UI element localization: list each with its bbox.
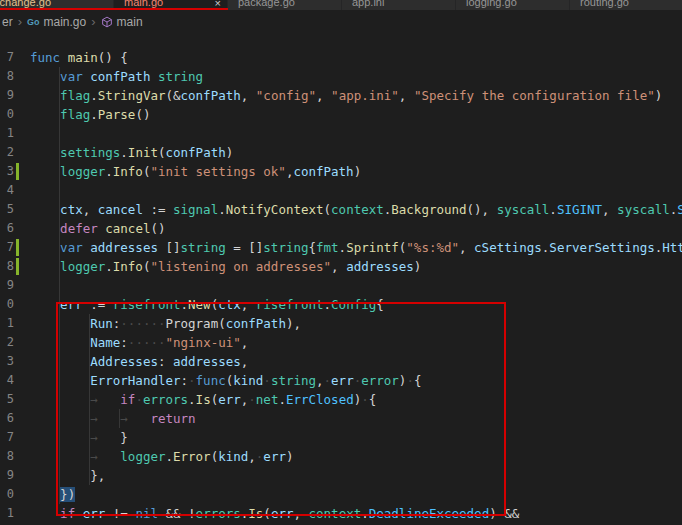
line-number[interactable]: 0 (0, 485, 14, 504)
code-line[interactable]: 7 → } (0, 428, 682, 447)
gutter-spacer (14, 390, 22, 409)
code-line[interactable]: 6 defer cancel() (0, 219, 682, 238)
code-text: err := risefront.New(ctx, risefront.Conf… (22, 295, 384, 314)
code-area[interactable]: 7func main() {8 var confPath string9 fla… (0, 48, 682, 523)
line-number[interactable]: 5 (0, 200, 14, 219)
code-line[interactable]: 2 Name:·····"nginx-ui", (0, 333, 682, 352)
code-text: var addresses []string = []string{fmt.Sp… (22, 238, 682, 257)
code-text: flag.StringVar(&confPath, "config", "app… (22, 86, 662, 105)
gutter-change-marker (14, 257, 22, 276)
line-number[interactable]: 1 (0, 124, 14, 143)
code-line[interactable]: 8 logger.Info("listening on addresses", … (0, 257, 682, 276)
code-line[interactable]: 7 var addresses []string = []string{fmt.… (0, 238, 682, 257)
breadcrumb-item-file[interactable]: main.go (44, 15, 87, 29)
line-number[interactable]: 4 (0, 371, 14, 390)
line-number[interactable]: 3 (0, 162, 14, 181)
gutter-spacer (14, 200, 22, 219)
gutter-spacer (14, 143, 22, 162)
line-number[interactable]: 5 (0, 390, 14, 409)
code-text: logger.Info("init settings ok",confPath) (22, 162, 361, 181)
line-number[interactable]: 2 (0, 143, 14, 162)
tab-label: logging.go (466, 0, 517, 8)
code-line[interactable]: 0 err := risefront.New(ctx, risefront.Co… (0, 295, 682, 314)
line-number[interactable]: 6 (0, 219, 14, 238)
code-text: settings.Init(confPath) (22, 143, 233, 162)
tab-label: main.go (124, 0, 163, 8)
code-line[interactable]: 9 }, (0, 466, 682, 485)
line-number[interactable]: 6 (0, 409, 14, 428)
gutter-spacer (14, 276, 22, 295)
line-number[interactable]: 8 (0, 257, 14, 276)
gutter-spacer (14, 48, 22, 67)
line-number[interactable]: 1 (0, 314, 14, 333)
line-number[interactable]: 1 (0, 504, 14, 523)
code-line[interactable]: 8 var confPath string (0, 67, 682, 86)
code-text: → } (22, 428, 128, 447)
line-number[interactable]: 9 (0, 86, 14, 105)
line-number[interactable]: 2 (0, 333, 14, 352)
code-line[interactable]: 7func main() { (0, 48, 682, 67)
code-line[interactable]: 9 (0, 276, 682, 295)
code-line[interactable]: 1 if err != nil && !errors.Is(err, conte… (0, 504, 682, 523)
line-number[interactable]: 4 (0, 181, 14, 200)
code-text: ctx, cancel := signal.NotifyContext(cont… (22, 200, 682, 219)
gutter-spacer (14, 466, 22, 485)
line-number[interactable]: 0 (0, 105, 14, 124)
breadcrumb: er › Go main.go › main (0, 10, 682, 33)
tab-routing.go[interactable]: routing.go (570, 0, 682, 10)
code-line[interactable]: 3 logger.Info("init settings ok",confPat… (0, 162, 682, 181)
tab-label: exchange.go (0, 0, 51, 8)
code-line[interactable]: 8 → logger.Error(kind,·err) (0, 447, 682, 466)
code-line[interactable]: 0 flag.Parse() (0, 105, 682, 124)
chevron-right-icon: › (91, 14, 95, 29)
code-line[interactable]: 3 Addresses: addresses, (0, 352, 682, 371)
code-text: Run:······Program(confPath), (22, 314, 301, 333)
gutter-spacer (14, 105, 22, 124)
code-text: → logger.Error(kind,·err) (22, 447, 293, 466)
tab-label: routing.go (580, 0, 629, 8)
gutter-spacer (14, 428, 22, 447)
code-line[interactable]: 5 ctx, cancel := signal.NotifyContext(co… (0, 200, 682, 219)
tab-bar: exchange.gomain.go×package.goapp.inilogg… (0, 0, 682, 10)
line-number[interactable]: 9 (0, 466, 14, 485)
code-line[interactable]: 1 (0, 124, 682, 143)
code-line[interactable]: 4 (0, 181, 682, 200)
line-number[interactable]: 7 (0, 428, 14, 447)
code-line[interactable]: 1 Run:······Program(confPath), (0, 314, 682, 333)
gutter-spacer (14, 352, 22, 371)
code-line[interactable]: 6 → → return (0, 409, 682, 428)
code-text (22, 124, 30, 143)
gutter-spacer (14, 447, 22, 466)
gutter-spacer (14, 124, 22, 143)
tab-package.go[interactable]: package.go (228, 0, 342, 10)
gutter-spacer (14, 314, 22, 333)
breadcrumb-item-parent[interactable]: er (2, 15, 13, 29)
tab-app.ini[interactable]: app.ini (342, 0, 456, 10)
line-number[interactable]: 7 (0, 238, 14, 257)
gutter-spacer (14, 181, 22, 200)
code-text: func main() { (22, 48, 128, 67)
code-line[interactable]: 2 settings.Init(confPath) (0, 143, 682, 162)
tab-label: app.ini (352, 0, 384, 8)
line-number[interactable]: 3 (0, 352, 14, 371)
tab-logging.go[interactable]: logging.go (456, 0, 570, 10)
breadcrumb-item-symbol[interactable]: main (117, 15, 143, 29)
gutter-change-marker (14, 238, 22, 257)
tab-label: package.go (238, 0, 295, 8)
line-number[interactable]: 8 (0, 67, 14, 86)
line-number[interactable]: 0 (0, 295, 14, 314)
gutter-spacer (14, 371, 22, 390)
gutter-spacer (14, 86, 22, 105)
editor[interactable]: 7func main() {8 var confPath string9 fla… (0, 33, 682, 525)
go-file-icon: Go (27, 17, 40, 27)
line-number[interactable]: 7 (0, 48, 14, 67)
code-text: }, (22, 466, 105, 485)
code-line[interactable]: 4 ErrorHandler:·func(kind·string,·err·er… (0, 371, 682, 390)
line-number[interactable]: 8 (0, 447, 14, 466)
code-text: }) (22, 485, 75, 504)
code-text: if err != nil && !errors.Is(err, context… (22, 504, 519, 523)
line-number[interactable]: 9 (0, 276, 14, 295)
code-line[interactable]: 9 flag.StringVar(&confPath, "config", "a… (0, 86, 682, 105)
code-line[interactable]: 5 → if·errors.Is(err,·net.ErrClosed)·{ (0, 390, 682, 409)
code-line[interactable]: 0 }) (0, 485, 682, 504)
